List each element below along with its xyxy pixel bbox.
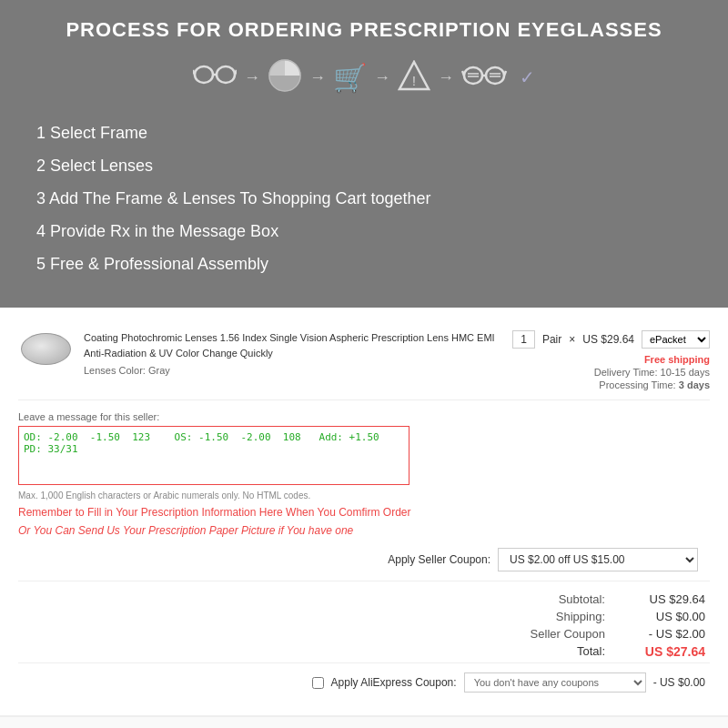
svg-line-4 [235,70,237,75]
shipping-dropdown[interactable]: ePacket Standard [642,330,710,349]
main-content: Coating Photochromic Lenses 1.56 Index S… [0,308,728,715]
free-shipping-label: Free shipping [594,354,710,365]
message-hint: Max. 1,000 English characters or Arabic … [18,490,710,500]
price-summary: Subtotal: US $29.64 Shipping: US $0.00 S… [18,581,710,659]
lens-thumbnail [21,333,71,365]
header-banner: PROCESS FOR ORDERING PRESCRIPTION EYEGLA… [0,0,728,308]
cart-icon: 🛒 [333,62,367,94]
svg-point-10 [486,67,504,84]
svg-point-9 [464,67,482,84]
ali-coupon-row: Apply AliExpress Coupon: You don't have … [18,662,710,702]
coupon-row: Apply Seller Coupon: US $2.00 off US $15… [18,548,710,571]
total-value: US $27.64 [632,644,705,659]
svg-line-12 [462,71,464,76]
svg-line-13 [504,71,506,76]
page-title: PROCESS FOR ORDERING PRESCRIPTION EYEGLA… [27,18,701,42]
svg-line-3 [193,70,195,75]
ali-coupon-dropdown[interactable]: You don't have any coupons [464,672,646,693]
product-color: Lenses Color: Gray [84,363,501,379]
subtotal-row: Subtotal: US $29.64 [18,592,705,606]
subtotal-value: US $29.64 [632,592,705,606]
arrow-icon-4: → [438,68,454,87]
svg-point-1 [217,66,235,83]
delivery-time: Delivery Time: 10-15 days [594,367,710,378]
processing-time: Processing Time: 3 days [594,379,710,390]
message-label: Leave a message for this seller: [18,411,710,422]
quantity-box[interactable]: 1 [512,330,535,349]
seller-coupon-label: Seller Coupon [531,627,605,641]
arrow-icon-1: → [244,68,260,87]
process-icons: → → 🛒 → ! → [27,58,701,96]
optional-text: Or You Can Send Us Your Prescription Pap… [18,524,710,537]
shipping-label: Shipping: [556,610,605,623]
product-row: Coating Photochromic Lenses 1.56 Index S… [18,321,710,400]
total-label: Total: [577,644,605,659]
checkout-footer: 🛡 Buyer Protection ☑ Full Refund if you … [0,715,728,728]
seller-coupon-dropdown[interactable]: US $2.00 off US $15.00 [498,548,698,571]
subtotal-label: Subtotal: [559,592,605,606]
glasses-done-icon [461,64,509,91]
lens-icon [268,58,302,96]
triangle-icon: ! [398,60,430,95]
svg-text:!: ! [412,74,416,88]
arrow-icon-3: → [374,68,390,87]
steps-list: 1 Select Frame 2 Select Lenses 3 Add The… [27,116,701,280]
product-name: Coating Photochromic Lenses 1.56 Index S… [84,330,501,360]
step-5: 5 Free & Professional Assembly [36,248,701,280]
seller-coupon-value: - US $2.00 [632,627,705,641]
product-info: Coating Photochromic Lenses 1.56 Index S… [84,330,501,379]
total-row: Total: US $27.64 [18,644,705,659]
svg-point-0 [195,66,213,83]
step-4: 4 Provide Rx in the Message Box [36,215,701,248]
ali-coupon-label: Apply AliExpress Coupon: [331,676,457,689]
step-2: 2 Select Lenses [36,149,701,182]
ali-coupon-checkbox[interactable] [312,677,324,689]
shipping-row: Shipping: US $0.00 [18,610,705,623]
shipping-value: US $0.00 [632,610,705,623]
message-textarea[interactable]: OD: -2.00 -1.50 123 OS: -1.50 -2.00 108 … [18,426,410,485]
step-1: 1 Select Frame [36,116,701,149]
product-image [18,330,73,367]
arrow-icon-2: → [309,68,326,87]
color-value: Gray [148,365,170,376]
step-3: 3 Add The Frame & Lenses To Shopping Car… [36,182,701,215]
glasses-icon [193,63,237,93]
multiply-symbol: × [569,333,575,346]
reminder-text: Remember to Fill in Your Prescription In… [18,506,710,519]
message-section: Leave a message for this seller: OD: -2.… [18,411,710,537]
checkmark-icon: ✓ [520,66,535,88]
product-price: US $29.64 [582,333,634,346]
ali-coupon-value: - US $0.00 [653,676,705,689]
seller-coupon-row: Seller Coupon - US $2.00 [18,627,705,641]
coupon-label: Apply Seller Coupon: [388,553,490,566]
shipping-info: Free shipping Delivery Time: 10-15 days … [594,354,710,390]
product-qty-price: 1 Pair × US $29.64 ePacket Standard [512,330,710,349]
color-label: Lenses Color: [84,365,146,376]
unit-label: Pair [542,333,561,346]
